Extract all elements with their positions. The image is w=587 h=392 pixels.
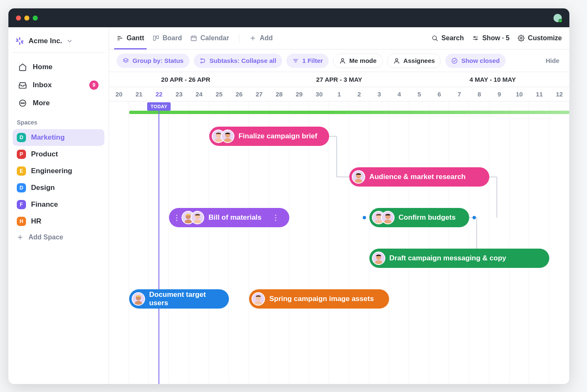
- space-label: Product: [31, 150, 58, 158]
- sidebar-space-hr[interactable]: HHR: [13, 213, 104, 230]
- task-label: Bill of materials: [208, 213, 262, 222]
- day-cell[interactable]: 3: [369, 87, 390, 101]
- subtasks-icon: [200, 57, 206, 64]
- gantt-task[interactable]: Document target users: [129, 289, 229, 309]
- space-label: Marketing: [31, 133, 65, 142]
- day-cell[interactable]: 2: [349, 87, 369, 101]
- space-label: Engineering: [31, 167, 72, 175]
- day-cell[interactable]: 26: [229, 87, 249, 101]
- task-label: Confirm budgets: [399, 213, 456, 222]
- svg-rect-15: [153, 36, 156, 41]
- gantt-icon: [117, 35, 123, 42]
- show-closed-button[interactable]: Show closed: [445, 54, 506, 68]
- space-label: HR: [31, 217, 42, 226]
- maximize-window-button[interactable]: [33, 16, 38, 21]
- sidebar-item-label: More: [33, 99, 50, 107]
- svg-line-24: [436, 39, 437, 41]
- view-tab-board[interactable]: Board: [153, 27, 182, 49]
- sidebar-item-inbox[interactable]: Inbox 9: [14, 76, 103, 94]
- day-cell[interactable]: 25: [209, 87, 229, 101]
- gantt-task[interactable]: Audience & market research: [349, 167, 489, 187]
- svg-point-28: [476, 39, 477, 40]
- day-cell[interactable]: 30: [309, 87, 329, 101]
- show-button[interactable]: Show · 5: [472, 34, 509, 42]
- day-cell[interactable]: 22: [149, 87, 169, 101]
- person-icon: [393, 57, 400, 64]
- sidebar-space-product[interactable]: PProduct: [13, 146, 104, 163]
- gantt-task[interactable]: Spring campaign image assets: [249, 289, 389, 309]
- svg-point-29: [520, 37, 522, 39]
- person-icon: [339, 57, 346, 64]
- day-cell[interactable]: 12: [549, 87, 569, 101]
- day-cell[interactable]: 9: [489, 87, 509, 101]
- assignees-button[interactable]: Assignees: [387, 54, 441, 68]
- add-view-button[interactable]: Add: [249, 27, 273, 49]
- chevron-down-icon: [66, 38, 73, 44]
- day-cell[interactable]: 8: [469, 87, 489, 101]
- view-tab-gantt[interactable]: Gantt: [117, 27, 144, 49]
- group-by-button[interactable]: Group by: Status: [117, 54, 190, 68]
- day-cell[interactable]: 11: [529, 87, 549, 101]
- sidebar-space-engineering[interactable]: EEngineering: [13, 163, 104, 179]
- day-cell[interactable]: 6: [429, 87, 449, 101]
- day-cell[interactable]: 29: [289, 87, 309, 101]
- svg-rect-5: [21, 42, 23, 44]
- close-window-button[interactable]: [16, 16, 21, 21]
- space-badge: D: [17, 133, 26, 142]
- assignee-avatar[interactable]: [221, 130, 234, 143]
- gantt-task[interactable]: Finalize campaign brief: [209, 127, 329, 146]
- assignee-avatar[interactable]: [381, 211, 395, 224]
- day-cell[interactable]: 28: [269, 87, 289, 101]
- board-icon: [153, 35, 159, 42]
- me-mode-button[interactable]: Me mode: [333, 54, 383, 68]
- day-cell[interactable]: 20: [109, 87, 129, 101]
- search-button[interactable]: Search: [431, 34, 464, 42]
- view-tab-calendar[interactable]: Calendar: [190, 27, 229, 49]
- sidebar: Acme Inc. Home Inbox 9 More Spaces: [8, 27, 109, 384]
- day-cell[interactable]: 27: [249, 87, 269, 101]
- sidebar-item-more[interactable]: More: [14, 95, 103, 112]
- assignee-avatar[interactable]: [352, 170, 365, 184]
- gantt-chart[interactable]: 20 APR - 26 APR27 APR - 3 MAY4 MAY - 10 …: [109, 72, 569, 384]
- customize-button[interactable]: Customize: [518, 34, 562, 42]
- hide-filters-button[interactable]: Hide: [545, 57, 562, 64]
- app-window: Acme Inc. Home Inbox 9 More Spaces: [8, 8, 569, 384]
- task-label: Draft campaign messaging & copy: [390, 254, 506, 262]
- minimize-window-button[interactable]: [24, 16, 29, 21]
- add-space-button[interactable]: Add Space: [13, 230, 104, 245]
- svg-rect-3: [21, 41, 23, 42]
- day-cell[interactable]: 5: [409, 87, 429, 101]
- workspace-switcher[interactable]: Acme Inc.: [13, 33, 104, 53]
- day-cell[interactable]: 10: [509, 87, 530, 101]
- sidebar-space-marketing[interactable]: DMarketing: [13, 129, 104, 146]
- day-cell[interactable]: 24: [189, 87, 209, 101]
- svg-point-38: [452, 58, 457, 63]
- gantt-task[interactable]: Draft campaign messaging & copy: [369, 249, 550, 268]
- gantt-task[interactable]: Bill of materials: [169, 208, 289, 227]
- day-cell[interactable]: 7: [449, 87, 469, 101]
- sidebar-space-finance[interactable]: FFinance: [13, 196, 104, 213]
- traffic-lights: [16, 16, 38, 21]
- assignee-avatar[interactable]: [372, 252, 385, 265]
- filter-button[interactable]: 1 Filter: [286, 54, 329, 68]
- day-cell[interactable]: 23: [169, 87, 189, 101]
- space-label: Finance: [31, 200, 58, 209]
- user-avatar[interactable]: [553, 14, 562, 22]
- workspace-name: Acme Inc.: [29, 37, 62, 45]
- task-label: Audience & market research: [369, 173, 466, 181]
- day-cell[interactable]: 1: [329, 87, 349, 101]
- sidebar-item-home[interactable]: Home: [14, 59, 103, 75]
- assignee-avatar[interactable]: [132, 292, 145, 306]
- sidebar-space-design[interactable]: DDesign: [13, 179, 104, 196]
- subtasks-button[interactable]: Subtasks: Collapse all: [194, 54, 282, 68]
- assignee-avatar[interactable]: [252, 292, 265, 306]
- assignee-avatar[interactable]: [191, 211, 204, 224]
- home-icon: [18, 63, 27, 71]
- task-label: Document target users: [149, 291, 221, 307]
- gantt-task[interactable]: Confirm budgets: [369, 208, 470, 227]
- day-cell[interactable]: 21: [129, 87, 149, 101]
- task-label: Spring campaign image assets: [269, 295, 374, 303]
- day-cell[interactable]: 4: [389, 87, 409, 101]
- svg-point-9: [24, 103, 25, 104]
- filter-bar: Group by: Status Subtasks: Collapse all …: [109, 49, 569, 72]
